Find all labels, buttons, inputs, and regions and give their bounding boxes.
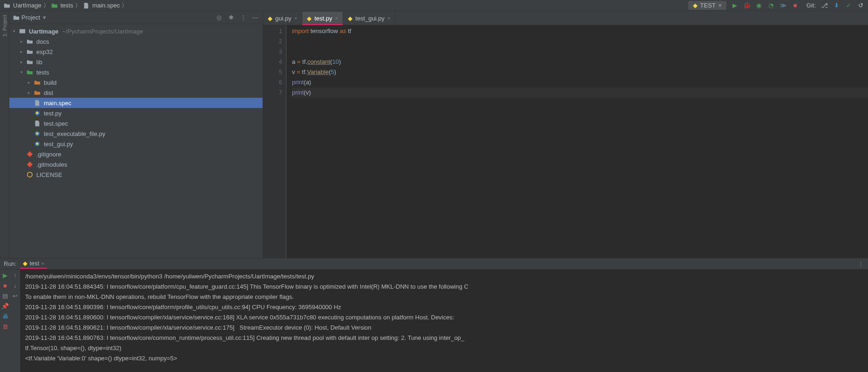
breadcrumb-separator: 〉	[75, 1, 81, 10]
tree-item-label: dist	[44, 89, 53, 96]
breadcrumb[interactable]: UartImage 〉 tests 〉 main.spec 〉	[4, 1, 128, 10]
tree-item[interactable]: ●test.py	[9, 108, 263, 118]
console-output[interactable]: /home/yuliwen/miniconda3/envs/tensor/bin…	[20, 270, 868, 372]
debug-button[interactable]: 🐞	[743, 2, 751, 9]
wrap-button[interactable]: ↩	[12, 292, 19, 299]
close-icon[interactable]: ×	[41, 261, 44, 266]
breadcrumb-item[interactable]: UartImage	[13, 2, 41, 9]
tree-item-label: test.spec	[44, 120, 68, 127]
up-button[interactable]: ↑	[12, 271, 19, 279]
run-tab-label: test	[29, 260, 39, 267]
code-line[interactable]	[292, 36, 868, 47]
tree-item[interactable]: ●test_executable_file.py	[9, 129, 263, 139]
code-line[interactable]: print(a)	[292, 77, 868, 88]
tree-item[interactable]: main.spec	[9, 98, 263, 108]
console-line: 2019-11-28 16:04:51.890763: I tensorflow…	[25, 333, 863, 343]
tree-item[interactable]: .gitignore	[9, 149, 263, 159]
print-button[interactable]: 🖶	[1, 312, 9, 320]
git-commit-icon[interactable]: ✓	[845, 2, 852, 9]
code-line[interactable]	[292, 47, 868, 57]
tree-item-label: esp32	[36, 48, 53, 55]
code-line[interactable]: v = tf.Variable(5)	[292, 67, 868, 77]
folder-icon	[26, 48, 34, 55]
tree-item-label: LICENSE	[36, 171, 62, 178]
project-title[interactable]: Project	[21, 14, 40, 21]
close-icon[interactable]: ×	[335, 15, 338, 21]
tree-item[interactable]: test.spec	[9, 118, 263, 129]
python-icon: ◆	[268, 15, 272, 22]
coverage-button[interactable]: ◉	[755, 2, 763, 9]
tree-item[interactable]: ▸dist	[9, 88, 263, 98]
tree-root[interactable]: ▾ UartImage ~/PycharmProjects/UartImage	[9, 26, 263, 36]
collapse-icon[interactable]: ✱	[227, 14, 235, 21]
console-line: To enable them in non-MKL-DNN operations…	[25, 292, 863, 302]
editor-tab[interactable]: ◆test_gui.py×	[343, 12, 395, 25]
run-tab[interactable]: ◆ test ×	[20, 259, 47, 269]
code-editor[interactable]: 1234567 import tensorflow as tfa = tf.co…	[263, 25, 868, 258]
run-config-selector[interactable]: ◆ TEST ▾	[688, 1, 726, 10]
lic-icon	[26, 171, 34, 178]
rerun-button[interactable]: ▶	[1, 271, 9, 279]
file-icon	[34, 100, 41, 106]
tab-label: gui.py	[275, 15, 292, 22]
console-line: /home/yuliwen/miniconda3/envs/tensor/bin…	[25, 271, 863, 282]
code-content[interactable]: import tensorflow as tfa = tf.constant(1…	[286, 25, 868, 258]
down-button[interactable]: ↓	[12, 282, 19, 289]
git-branch-icon[interactable]: ⎇	[821, 2, 828, 9]
profile-button[interactable]: ◔	[767, 2, 775, 9]
expand-arrow-icon[interactable]: ▾	[20, 70, 26, 74]
close-icon[interactable]: ×	[294, 15, 297, 21]
run-settings-icon[interactable]: ⋮	[857, 260, 864, 268]
tree-item[interactable]: LICENSE	[9, 169, 263, 180]
close-icon[interactable]: ×	[387, 15, 390, 21]
stop-button[interactable]: ■	[792, 2, 799, 9]
code-line[interactable]: print(v)	[292, 88, 868, 98]
layout-button[interactable]: ▤	[1, 292, 9, 299]
tree-item[interactable]: ●test_gui.py	[9, 139, 263, 149]
file-icon	[34, 120, 41, 127]
run-button[interactable]: ▶	[731, 2, 739, 9]
line-number: 3	[263, 47, 282, 57]
stop-button[interactable]: ■	[1, 282, 9, 289]
breadcrumb-item[interactable]: tests	[61, 2, 73, 9]
folder-t-icon	[51, 2, 58, 9]
locate-icon[interactable]: ◎	[215, 14, 223, 21]
expand-arrow-icon[interactable]: ▸	[20, 60, 26, 64]
expand-arrow-icon[interactable]: ▸	[28, 80, 34, 85]
tab-label: test.py	[314, 15, 332, 22]
main-area: 1: Project Project ▾ ◎ ✱ ⋮ — ▾ UartImage…	[0, 11, 868, 258]
code-line[interactable]: a = tf.constant(10)	[292, 57, 868, 67]
svg-point-7	[27, 172, 33, 177]
expand-arrow-icon[interactable]: ▸	[28, 90, 34, 95]
editor-tab[interactable]: ◆gui.py×	[263, 12, 302, 25]
tree-item-label: build	[44, 79, 56, 86]
git-history-icon[interactable]: ↺	[857, 2, 864, 9]
tree-item[interactable]: .gitmodules	[9, 159, 263, 169]
tree-item[interactable]: ▸build	[9, 77, 263, 88]
pin-button[interactable]: 📌	[1, 302, 9, 310]
tree-item[interactable]: ▸docs	[9, 36, 263, 47]
expand-arrow-icon[interactable]: ▸	[20, 49, 26, 54]
git-update-icon[interactable]: ⬇	[833, 2, 840, 9]
tree-item[interactable]: ▸esp32	[9, 47, 263, 57]
tree-item-label: .gitignore	[36, 151, 61, 158]
folder-r-icon	[34, 89, 41, 96]
editor-tab[interactable]: ◆test.py×	[302, 12, 343, 25]
code-line[interactable]: import tensorflow as tf	[292, 26, 868, 36]
tree-item[interactable]: ▸lib	[9, 57, 263, 67]
console-line: 2019-11-28 16:04:51.884345: I tensorflow…	[25, 282, 863, 292]
breadcrumb-item[interactable]: main.spec	[92, 2, 120, 9]
tree-item[interactable]: ▾tests	[9, 67, 263, 77]
left-tool-stripe: 1: Project	[0, 11, 9, 258]
editor-tabs: ◆gui.py×◆test.py×◆test_gui.py×	[263, 11, 868, 25]
concurrency-button[interactable]: ≫	[780, 2, 787, 9]
hide-icon[interactable]: —	[251, 14, 259, 21]
project-tree[interactable]: ▾ UartImage ~/PycharmProjects/UartImage …	[9, 24, 263, 258]
console-line: <tf.Variable 'Variable:0' shape=() dtype…	[25, 353, 863, 364]
delete-button[interactable]: 🗑	[1, 323, 9, 330]
tool-window-project[interactable]: 1: Project	[2, 13, 7, 38]
settings-icon[interactable]: ⋮	[239, 14, 247, 21]
expand-arrow-icon[interactable]: ▸	[20, 39, 26, 44]
dropdown-icon[interactable]: ▾	[43, 14, 46, 21]
expand-arrow-icon[interactable]: ▾	[13, 29, 19, 34]
